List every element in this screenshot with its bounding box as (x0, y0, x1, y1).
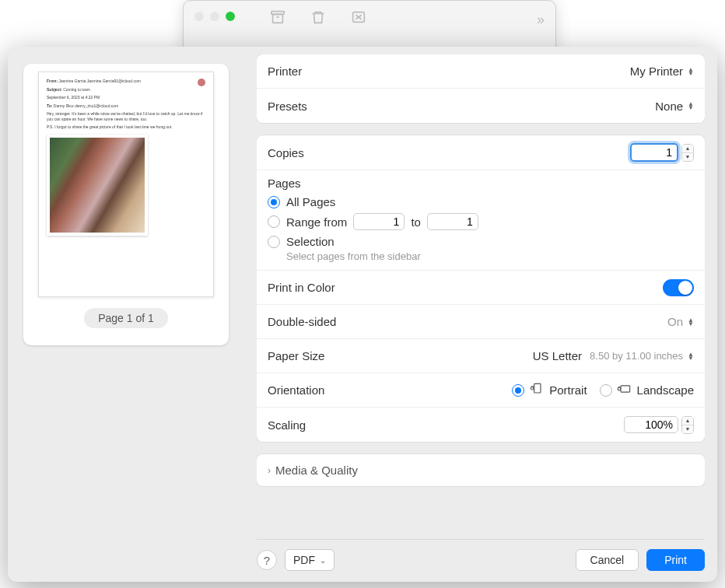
toolbar-overflow-icon: » (537, 12, 545, 28)
pages-block: Pages All Pages Range from to Selection … (257, 170, 705, 271)
double-sided-selector[interactable]: On (667, 315, 694, 328)
trash-icon (310, 9, 327, 28)
copies-label: Copies (268, 146, 304, 159)
media-quality-disclosure[interactable]: › Media & Quality (257, 454, 705, 486)
pdf-menu-button[interactable]: PDF ⌄ (285, 549, 334, 571)
selection-label: Selection (286, 235, 334, 248)
avatar (198, 79, 205, 86)
email-from-label: From: (47, 79, 58, 83)
print-preview-page: From: Jasmine Garcia Jasmine.Garcia91@ic… (38, 72, 214, 297)
orientation-row: Orientation Portrait Lands (257, 373, 705, 408)
printer-selector[interactable]: My Printer (630, 65, 694, 78)
pages-all-label: All Pages (286, 195, 335, 208)
archive-icon (269, 9, 286, 28)
paper-size-dimensions: 8.50 by 11.00 inches (590, 350, 683, 362)
print-dialog-footer: ? PDF ⌄ Cancel Print (257, 539, 705, 571)
radio-checked-icon[interactable] (512, 384, 524, 397)
copies-stepper[interactable]: ▲▼ (630, 143, 694, 162)
orientation-label: Orientation (268, 383, 324, 397)
portrait-icon (529, 382, 545, 398)
radio-unchecked-icon[interactable] (600, 384, 612, 397)
media-quality-label: Media & Quality (275, 464, 358, 477)
window-traffic-lights (194, 12, 235, 21)
pages-range-option[interactable]: Range from to (268, 211, 694, 233)
range-to-input[interactable] (427, 213, 478, 230)
orientation-portrait-option[interactable]: Portrait (512, 382, 587, 398)
presets-selector[interactable]: None (655, 100, 694, 113)
chevron-right-icon: › (268, 465, 271, 476)
paper-size-row[interactable]: Paper Size US Letter 8.50 by 11.00 inche… (257, 339, 705, 373)
svg-rect-1 (273, 14, 283, 23)
svg-rect-6 (534, 383, 541, 393)
presets-row[interactable]: Presets None (257, 89, 705, 123)
svg-point-7 (531, 387, 534, 390)
print-in-color-label: Print in Color (268, 281, 335, 294)
email-date-value: September 6, 2023 at 4:22 PM (47, 95, 100, 100)
copies-spinner[interactable]: ▲▼ (681, 144, 694, 162)
copies-row: Copies ▲▼ (257, 135, 705, 170)
pages-all-option[interactable]: All Pages (268, 193, 694, 211)
radio-unchecked-icon[interactable] (268, 215, 280, 228)
print-label: Print (664, 554, 687, 566)
double-sided-value: On (667, 315, 683, 328)
scaling-stepper[interactable]: ▲▼ (624, 416, 694, 434)
presets-label: Presets (268, 100, 307, 113)
email-body-line-2: P.S. I forgot to share the great picture… (47, 124, 205, 130)
printer-label: Printer (268, 65, 302, 78)
email-from-value: Jasmine Garcia Jasmine.Garcia91@icloud.c… (59, 79, 141, 83)
pages-label: Pages (268, 177, 694, 190)
orientation-landscape-option[interactable]: Landscape (600, 382, 694, 398)
print-settings: Printer My Printer Presets None Copies (257, 54, 705, 529)
chevron-updown-icon (688, 68, 694, 75)
print-in-color-toggle[interactable] (663, 279, 694, 296)
landscape-label: Landscape (637, 383, 694, 397)
pdf-label: PDF (293, 554, 315, 566)
printer-value: My Printer (630, 65, 683, 78)
printer-presets-card: Printer My Printer Presets None (257, 54, 705, 123)
scaling-input[interactable] (624, 416, 678, 433)
presets-value: None (655, 100, 683, 113)
double-sided-label: Double-sided (268, 315, 336, 328)
minimize-window-icon (210, 12, 219, 21)
landscape-icon (617, 382, 632, 398)
print-preview-panel: From: Jasmine Garcia Jasmine.Garcia91@ic… (23, 64, 229, 345)
radio-checked-icon[interactable] (268, 196, 280, 208)
cancel-button[interactable]: Cancel (576, 549, 639, 571)
close-window-icon (194, 12, 204, 21)
range-from-input[interactable] (353, 213, 405, 230)
scaling-row: Scaling ▲▼ (257, 408, 705, 442)
page-indicator: Page 1 of 1 (84, 308, 168, 328)
email-body-line-1: Hey, stranger. It's been a while since w… (47, 111, 205, 121)
pages-selection-option[interactable]: Selection (268, 233, 694, 250)
copies-input[interactable] (630, 143, 678, 162)
paper-size-selector[interactable]: US Letter 8.50 by 11.00 inches (533, 349, 694, 362)
range-from-label: Range from (286, 215, 347, 229)
zoom-window-icon (226, 12, 235, 21)
paper-size-label: Paper Size (268, 349, 324, 362)
email-subject-label: Subject: (47, 87, 62, 92)
print-button[interactable]: Print (646, 549, 705, 571)
svg-rect-8 (621, 386, 630, 392)
chevron-updown-icon (688, 352, 694, 360)
scaling-label: Scaling (268, 418, 306, 432)
email-to-label: To: (47, 103, 52, 108)
paper-size-value: US Letter (533, 349, 582, 362)
email-subject-value: Coming to town (63, 87, 90, 92)
email-to-value: Danny Rico danny_rico1@icloud.com (54, 103, 118, 108)
svg-point-9 (618, 387, 621, 390)
printer-row[interactable]: Printer My Printer (257, 54, 705, 89)
chevron-down-icon: ⌄ (320, 556, 326, 565)
background-toolbar-icons (269, 9, 367, 28)
double-sided-row[interactable]: Double-sided On (257, 305, 705, 339)
portrait-label: Portrait (549, 383, 587, 397)
media-quality-card: › Media & Quality (257, 454, 705, 486)
print-dialog: From: Jasmine Garcia Jasmine.Garcia91@ic… (8, 47, 717, 582)
chevron-updown-icon (688, 318, 694, 326)
help-button[interactable]: ? (257, 550, 277, 570)
scaling-spinner[interactable]: ▲▼ (681, 416, 694, 434)
email-photo (47, 135, 148, 236)
print-in-color-row: Print in Color (257, 271, 705, 305)
selection-hint: Select pages from the sidebar (286, 250, 694, 262)
radio-unchecked-icon[interactable] (268, 236, 280, 248)
junk-icon (350, 9, 367, 28)
